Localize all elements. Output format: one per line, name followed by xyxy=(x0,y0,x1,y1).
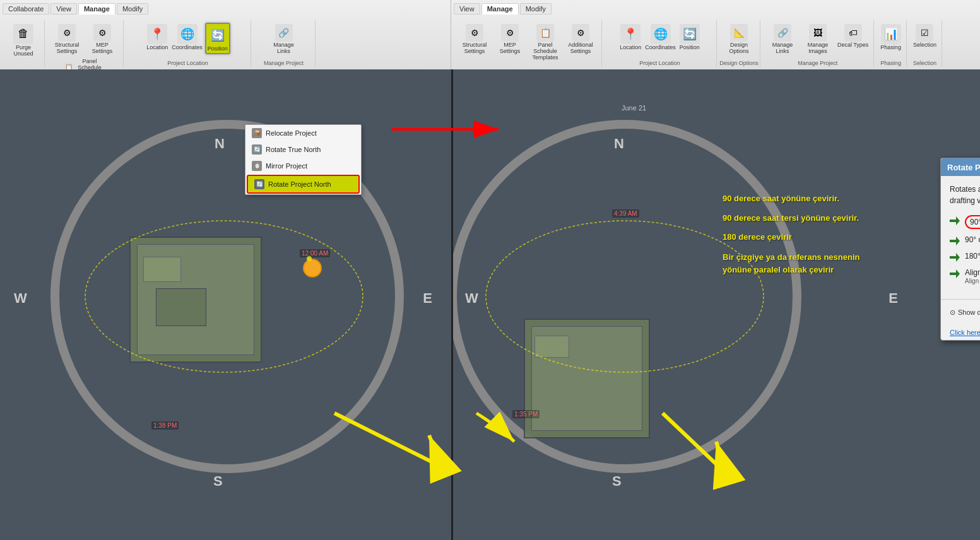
option-arrow-180 xyxy=(950,253,960,262)
panel-separator xyxy=(451,69,453,540)
ribbon-group-settings: 🗑 Purge Unused xyxy=(3,20,45,68)
purge-button[interactable]: 🗑 Purge Unused xyxy=(6,23,40,58)
location-right-button[interactable]: 📍 Location xyxy=(618,23,642,52)
option-180-label: 180° xyxy=(965,252,980,261)
svg-marker-6 xyxy=(950,269,960,278)
dialog-footer: ⊙ Show details Cancel xyxy=(941,299,980,325)
compass-south-right: S xyxy=(612,473,622,490)
selection-icon: ☑ xyxy=(916,24,933,42)
manage-links-button[interactable]: 🔗 Manage Links xyxy=(267,23,301,56)
project-location-right-label: Project Location xyxy=(603,60,716,66)
option-arrow-align xyxy=(950,269,960,278)
rotate-true-icon: 🔄 xyxy=(252,144,262,155)
manage-images-button[interactable]: 🖼 Manage Images xyxy=(801,23,835,56)
manage-links-icon: 🔗 xyxy=(275,24,293,42)
position-dropdown: 📦 Relocate Project 🔄 Rotate True North 🪞… xyxy=(245,124,362,195)
option-arrow-clockwise90 xyxy=(950,216,960,225)
rotate-true-label: Rotate True North xyxy=(266,146,321,153)
position-right-button[interactable]: 🔄 Position xyxy=(678,23,701,52)
panel-schedule-button[interactable]: 📋 Panel Schedule Templates xyxy=(62,57,107,70)
phasing-icon: 📊 xyxy=(881,24,901,44)
additional-right-label: Additional Settings xyxy=(565,42,596,54)
structural-row: ⚙ Structural Settings ⚙ MEP Settings xyxy=(50,23,119,56)
option-align-sub: Align the selected line/plane to North/S… xyxy=(965,277,980,285)
mep-right-label: MEP Settings xyxy=(494,42,526,54)
manage-project-right-label: Manage Project xyxy=(762,60,873,66)
ribbon-left: Collaborate View Manage Modify 🗑 Purge U… xyxy=(0,0,451,69)
ribbon-tabs-left: Collaborate View Manage Modify xyxy=(0,0,451,18)
decal-types-button[interactable]: 🏷 Decal Types xyxy=(836,23,870,56)
structural-right-button[interactable]: ⚙ Structural Settings xyxy=(458,23,492,62)
panel-schedule-label: Panel Schedule Templates xyxy=(74,58,105,70)
option-clockwise90-label: 90° clockwise xyxy=(965,215,980,229)
sun-left xyxy=(303,259,322,278)
tab-manage-left[interactable]: Manage xyxy=(78,3,115,15)
dropdown-rotate-true[interactable]: 🔄 Rotate True North xyxy=(245,141,361,158)
structural-right-label: Structural Settings xyxy=(459,42,490,54)
ribbon-body-right: ⚙ Structural Settings ⚙ MEP Settings 📋 P… xyxy=(451,18,980,69)
compass-south-left: S xyxy=(213,473,223,490)
coordinates-button[interactable]: 🌐 Coordinates xyxy=(170,23,204,54)
dropdown-rotate-project[interactable]: 🔄 Rotate Project North xyxy=(247,175,360,194)
manage-images-icon: 🖼 xyxy=(809,24,827,42)
design-options-button[interactable]: 📐 Design Options xyxy=(722,23,756,56)
show-details-label: Show details xyxy=(958,308,980,316)
selection-label: Selection xyxy=(913,42,936,48)
right-location-row: 📍 Location 🌐 Coordinates 🔄 Position xyxy=(618,23,701,52)
ribbon-tabs-right: View Manage Modify xyxy=(451,0,980,18)
tab-collaborate[interactable]: Collaborate xyxy=(3,3,49,15)
dialog-option-counterclockwise90[interactable]: 90° counterclockwise xyxy=(950,235,980,245)
compass-north-right: N xyxy=(614,136,624,152)
ribbon-group-right-selection: ☑ Selection Selection xyxy=(908,20,942,68)
location-row: 📍 Location 🌐 Coordinates 🔄 Position xyxy=(145,23,230,54)
learn-more-link[interactable]: Click here to learn more xyxy=(941,325,980,340)
tab-modify-right[interactable]: Modify xyxy=(520,3,552,15)
decal-types-icon: 🏷 xyxy=(844,24,862,42)
panel-schedule-icon: 📋 xyxy=(64,62,74,70)
location-label: Location xyxy=(146,44,168,50)
dialog-option-clockwise90[interactable]: 90° clockwise xyxy=(950,215,980,229)
structural-button[interactable]: ⚙ Structural Settings xyxy=(50,23,84,56)
option-align-title: Align selected line or plane xyxy=(965,268,980,277)
chevron-down-icon: ⊙ xyxy=(950,308,955,317)
manage-project-section-label: Manage Project xyxy=(252,60,315,66)
compass-west-right: W xyxy=(465,290,478,307)
rotate-project-label: Rotate Project North xyxy=(268,180,331,188)
right-manage-row: 🔗 Manage Links 🖼 Manage Images 🏷 Decal T… xyxy=(765,23,870,56)
tab-view-right[interactable]: View xyxy=(454,3,480,15)
svg-marker-5 xyxy=(950,253,960,262)
rotate-project-dialog: Rotate Project ✕ Rotates all model eleme… xyxy=(940,158,980,341)
location-button[interactable]: 📍 Location xyxy=(145,23,169,54)
additional-right-button[interactable]: ⚙ Additional Settings xyxy=(564,23,598,62)
ribbon-group-right-design: 📐 Design Options Design Options xyxy=(718,20,760,68)
ribbon-group-right-location: 📍 Location 🌐 Coordinates 🔄 Position Proj… xyxy=(603,20,717,68)
dialog-option-align[interactable]: Align selected line or plane Align the s… xyxy=(950,268,980,285)
selection-button[interactable]: ☑ Selection xyxy=(912,23,938,49)
dropdown-mirror[interactable]: 🪞 Mirror Project xyxy=(245,158,361,174)
mep-right-button[interactable]: ⚙ MEP Settings xyxy=(493,23,527,62)
manage-links-label: Manage Links xyxy=(268,42,300,54)
dialog-option-180[interactable]: 180° xyxy=(950,252,980,262)
ribbon-group-right-manage: 🔗 Manage Links 🖼 Manage Images 🏷 Decal T… xyxy=(762,20,874,68)
building-footprint-left xyxy=(129,237,262,363)
show-details-toggle[interactable]: ⊙ Show details xyxy=(950,308,980,317)
position-button[interactable]: 🔄 Position xyxy=(205,23,230,54)
tab-view-left[interactable]: View xyxy=(50,3,77,15)
panel-right-button[interactable]: 📋 Panel Schedule Templates xyxy=(528,23,562,62)
ribbon-body-left: 🗑 Purge Unused ⚙ Structural Settings ⚙ M… xyxy=(0,18,451,69)
manage-links-right-icon: 🔗 xyxy=(774,24,791,42)
phasing-button[interactable]: 📊 Phasing xyxy=(879,23,902,52)
compass-east-left: E xyxy=(423,290,432,307)
manage-links-right-button[interactable]: 🔗 Manage Links xyxy=(765,23,800,56)
tab-manage-right[interactable]: Manage xyxy=(481,3,519,15)
tab-modify-left[interactable]: Modify xyxy=(117,3,148,15)
ribbon: Collaborate View Manage Modify 🗑 Purge U… xyxy=(0,0,980,69)
panel-right-label: Panel Schedule Templates xyxy=(529,42,561,61)
location-right-label: Location xyxy=(620,44,641,50)
dropdown-relocate[interactable]: 📦 Relocate Project xyxy=(245,125,361,141)
rotate-project-icon: 🔄 xyxy=(254,179,264,189)
coordinates-right-button[interactable]: 🌐 Coordinates xyxy=(644,23,677,52)
ribbon-group-structural: ⚙ Structural Settings ⚙ MEP Settings 📋 P… xyxy=(46,20,124,68)
mep-right-icon: ⚙ xyxy=(501,24,519,42)
mep-button[interactable]: ⚙ MEP Settings xyxy=(85,23,119,56)
